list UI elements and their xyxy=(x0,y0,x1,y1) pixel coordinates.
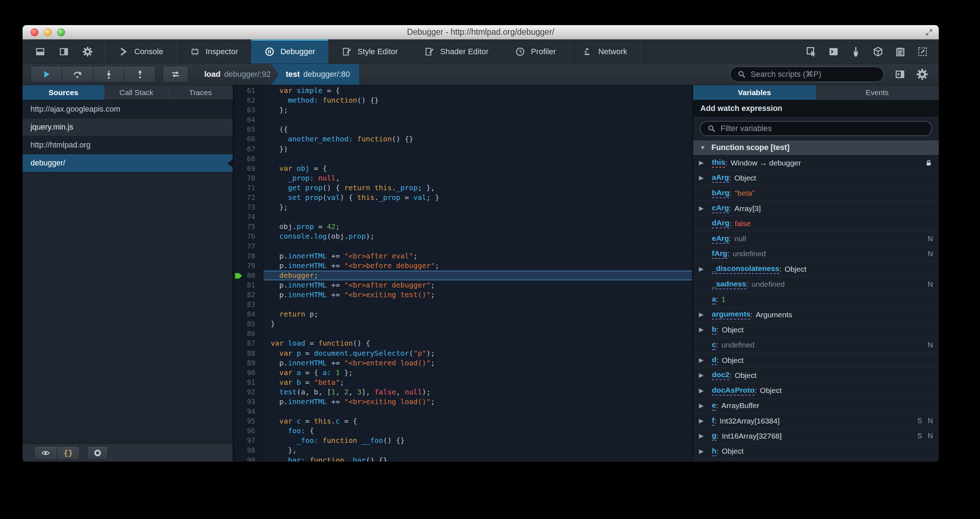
line-number-91[interactable]: 91 xyxy=(234,377,264,387)
tab-network[interactable]: Network xyxy=(570,40,641,64)
variable-value[interactable]: Object xyxy=(760,386,782,395)
variable-value[interactable]: Object xyxy=(735,371,757,380)
line-number-72[interactable]: 72 xyxy=(234,193,264,202)
code-text[interactable] xyxy=(264,329,692,339)
variable-row-f[interactable]: ▶f: Int32Array[16384]SN xyxy=(693,414,939,428)
code-text[interactable]: var a = { a: 1 }; xyxy=(264,368,692,377)
variable-row-barg[interactable]: bArg: "beta" xyxy=(693,186,939,201)
code-text[interactable]: var c = this.c = { xyxy=(264,416,692,426)
debugger-options-gear-icon[interactable] xyxy=(916,68,929,81)
expand-arrow-icon[interactable]: ▶ xyxy=(699,326,712,333)
code-text[interactable] xyxy=(264,300,692,309)
variable-row-c[interactable]: c: undefinedN xyxy=(693,338,939,353)
variable-row-h[interactable]: ▶h: Object xyxy=(693,444,939,459)
line-number-86[interactable]: 86 xyxy=(234,329,264,339)
paintbrush-icon[interactable] xyxy=(850,46,862,58)
variable-value[interactable]: undefined xyxy=(722,341,754,349)
variable-row-disconsolateness[interactable]: ▶_disconsolateness: Object xyxy=(693,262,939,277)
variable-value[interactable]: Object xyxy=(785,265,807,274)
variable-value[interactable]: Window → debugger xyxy=(730,159,801,167)
line-number-65[interactable]: 65 xyxy=(234,124,264,134)
code-text[interactable]: bar: function _bar() {}, xyxy=(264,455,692,462)
code-text[interactable]: var obj = { xyxy=(264,164,692,174)
line-number-84[interactable]: 84 xyxy=(234,309,264,319)
filter-variables-input[interactable] xyxy=(720,123,925,134)
code-text[interactable]: var load = function() { xyxy=(264,339,692,348)
variables-tab-events[interactable]: Events xyxy=(816,85,939,100)
toggle-panel-icon[interactable] xyxy=(894,68,907,81)
line-number-70[interactable]: 70 xyxy=(234,174,264,183)
dock-side-icon[interactable] xyxy=(58,46,70,57)
variable-name[interactable]: a xyxy=(712,295,716,304)
line-number-99[interactable]: 99 xyxy=(234,455,264,462)
variable-value[interactable]: undefined xyxy=(752,280,785,288)
line-number-73[interactable]: 73 xyxy=(234,202,264,212)
variable-value[interactable]: Arguments xyxy=(756,310,792,319)
variable-name[interactable]: doc2 xyxy=(712,370,729,380)
tilt-3d-icon[interactable] xyxy=(872,46,884,58)
resume-button[interactable] xyxy=(30,66,62,83)
variable-row-arguments[interactable]: ▶arguments: Arguments xyxy=(693,307,939,322)
sources-tab-sources[interactable]: Sources xyxy=(22,85,105,100)
code-text[interactable]: var simple = { xyxy=(264,86,692,96)
variable-name[interactable]: g xyxy=(712,431,716,441)
variable-name[interactable]: f xyxy=(712,416,714,426)
sources-tab-traces[interactable]: Traces xyxy=(169,85,232,100)
line-number-82[interactable]: 82 xyxy=(234,290,264,300)
variable-row-e[interactable]: ▶e: ArrayBuffer xyxy=(693,398,939,414)
variable-row-earg[interactable]: eArg: nullN xyxy=(693,231,939,246)
step-over-button[interactable] xyxy=(62,66,93,83)
blackbox-toggle-button[interactable] xyxy=(162,66,188,83)
variable-name[interactable]: this xyxy=(712,158,725,168)
code-text[interactable]: ({ xyxy=(264,124,692,134)
code-text[interactable] xyxy=(264,154,692,164)
code-text[interactable]: foo: { xyxy=(264,426,692,436)
expand-arrow-icon[interactable]: ▶ xyxy=(699,174,712,181)
responsive-mode-icon[interactable] xyxy=(916,46,929,58)
tab-profiler[interactable]: Profiler xyxy=(502,40,570,64)
code-text[interactable]: test(a, b, [1, 2, 3], false, null); xyxy=(264,387,692,397)
line-number-76[interactable]: 76 xyxy=(234,231,264,241)
code-text[interactable]: _prop: null, xyxy=(264,174,692,183)
variable-name[interactable]: aArg xyxy=(712,173,729,183)
variable-value[interactable]: undefined xyxy=(733,250,766,258)
code-text[interactable]: set prop(val) { this._prop = val; } xyxy=(264,193,692,202)
variable-name[interactable]: fArg xyxy=(712,249,727,259)
variable-row-docasproto[interactable]: ▶docAsProto: Object xyxy=(693,383,939,398)
pick-element-icon[interactable] xyxy=(805,46,818,58)
variable-name[interactable]: _disconsolateness xyxy=(712,264,780,274)
add-watch-expression[interactable]: Add watch expression xyxy=(693,100,939,117)
line-number-78[interactable]: 78 xyxy=(234,251,264,261)
expand-arrow-icon[interactable]: ▶ xyxy=(699,402,712,409)
code-text[interactable]: p.innerHTML += "<br>exiting load()"; xyxy=(264,397,692,407)
line-number-61[interactable]: 61 xyxy=(234,86,264,96)
line-number-95[interactable]: 95 xyxy=(234,416,264,426)
scope-header[interactable]: ▼ Function scope [test] xyxy=(693,140,939,155)
tab-debugger[interactable]: Debugger xyxy=(251,40,328,64)
variable-name[interactable]: e xyxy=(712,401,716,411)
line-number-94[interactable]: 94 xyxy=(234,407,264,416)
tab-shader-editor[interactable]: Shader Editor xyxy=(411,40,502,64)
code-text[interactable]: p.innerHTML += "<br>after eval"; xyxy=(264,251,692,261)
variable-name[interactable]: arguments xyxy=(712,310,750,320)
code-text[interactable]: obj.prop = 42; xyxy=(264,222,692,231)
line-number-67[interactable]: 67 xyxy=(234,144,264,154)
gear-icon[interactable] xyxy=(82,46,93,57)
variable-name[interactable]: d xyxy=(712,355,716,365)
line-number-88[interactable]: 88 xyxy=(234,349,264,358)
line-number-64[interactable]: 64 xyxy=(234,115,264,124)
expand-arrow-icon[interactable]: ▶ xyxy=(699,265,712,273)
code-text[interactable]: p.innerHTML += "<br>before debugger"; xyxy=(264,261,692,271)
zoom-window-button[interactable] xyxy=(57,29,65,36)
code-text[interactable]: p.innerHTML += "<br>after debugger"; xyxy=(264,280,692,290)
variable-row-doc2[interactable]: ▶doc2: Object xyxy=(693,368,939,383)
variable-row-g[interactable]: ▶g: Int16Array[32768]SN xyxy=(693,428,939,444)
tab-inspector[interactable]: Inspector xyxy=(177,40,251,64)
variable-row-darg[interactable]: dArg: false xyxy=(693,216,939,231)
line-number-90[interactable]: 90 xyxy=(234,368,264,377)
line-number-97[interactable]: 97 xyxy=(234,436,264,446)
variable-value[interactable]: Int32Array[16384] xyxy=(720,417,780,425)
variable-value[interactable]: false xyxy=(735,219,751,228)
code-text[interactable]: _foo: function __foo() {} xyxy=(264,436,692,446)
variable-value[interactable]: Object xyxy=(735,174,756,182)
